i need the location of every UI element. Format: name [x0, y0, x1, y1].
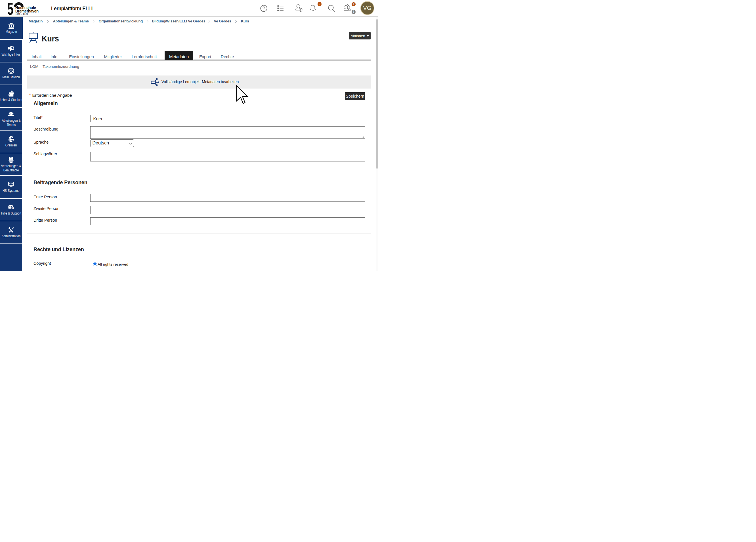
svg-text:?: ?: [12, 207, 13, 209]
svg-text:1975 – 2025: 1975 – 2025: [16, 13, 28, 15]
svg-text:5: 5: [7, 2, 13, 16]
